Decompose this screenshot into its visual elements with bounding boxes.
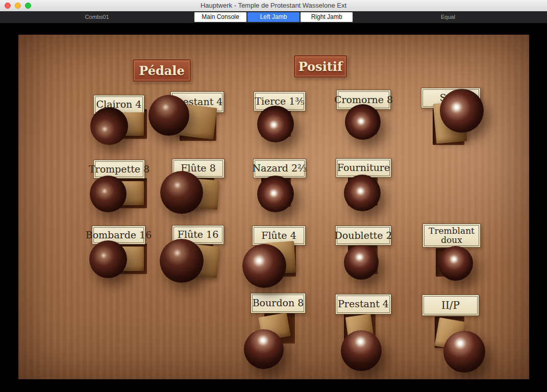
- stop-knob-nazard-2-2-3[interactable]: [257, 176, 294, 212]
- stop-knob-clairon-4[interactable]: [90, 107, 128, 145]
- stop-knob-tremblant-doux[interactable]: [438, 246, 473, 281]
- minimize-button[interactable]: [15, 3, 21, 9]
- stop-knob-bourdon-8[interactable]: [244, 329, 284, 369]
- tab-right-jamb[interactable]: Right Jamb: [301, 12, 353, 22]
- stop-name-text: Bombarde 16: [86, 230, 152, 240]
- division-header-positif: Positif: [294, 55, 347, 78]
- stop-knob-bombarde-16[interactable]: [89, 240, 127, 278]
- temperament-label: Equal: [420, 11, 476, 23]
- stop-knob-doublette-2[interactable]: [344, 245, 379, 280]
- stop-knob-trompette-8[interactable]: [90, 176, 127, 212]
- stop-name-text: Fourniture: [337, 163, 390, 173]
- stop-knob-prestant-4-ped[interactable]: [148, 95, 189, 136]
- stop-label-prestant-4-pos[interactable]: Prestant 4: [335, 294, 391, 314]
- stop-name-text: Flûte 4: [261, 231, 296, 241]
- stop-name-text: Tierce 1⅗: [255, 96, 305, 107]
- stop-name-text: Flûte 16: [178, 230, 219, 240]
- stop-name-text: Nazard 2⅔: [252, 163, 307, 174]
- stop-label-trompette-8[interactable]: Trompette 8: [93, 160, 145, 179]
- tab-main-console[interactable]: Main Console: [194, 12, 246, 22]
- stop-name-text: Cromorne 8: [334, 95, 393, 105]
- stop-name-text: Bourdon 8: [253, 298, 304, 308]
- stop-knob-ii-p[interactable]: [443, 331, 485, 373]
- stop-label-bourdon-8[interactable]: Bourdon 8: [251, 293, 306, 313]
- stop-name-text: Tremblantdoux: [429, 227, 475, 245]
- zoom-button[interactable]: [25, 3, 31, 9]
- stop-name-text: II/P: [441, 300, 460, 311]
- stop-name-text: Prestant 4: [338, 299, 389, 309]
- stop-label-nazard-2-2-3[interactable]: Nazard 2⅔: [253, 159, 306, 178]
- hauptwerk-window: Hauptwerk - Temple de Protestant Wasselo…: [0, 0, 547, 392]
- stop-knob-flute-16[interactable]: [160, 239, 204, 283]
- stop-label-ii-p[interactable]: II/P: [422, 295, 479, 316]
- traffic-lights: [5, 3, 31, 9]
- combination-set-label: Combs01: [69, 11, 125, 23]
- stop-knob-tierce-1-3-5[interactable]: [257, 106, 294, 142]
- tab-left-jamb[interactable]: Left Jamb: [247, 12, 300, 22]
- left-stop-jamb-panel: PédalePositifClairon 4Prestant 4Tierce 1…: [18, 35, 529, 379]
- stop-label-doublette-2[interactable]: Doublette 2: [335, 226, 391, 246]
- stop-name-text: Doublette 2: [334, 231, 392, 241]
- close-button[interactable]: [5, 3, 11, 9]
- control-toolbar: Combs01 Main ConsoleLeft JambRight Jamb …: [0, 11, 547, 23]
- window-title: Hauptwerk - Temple de Protestant Wasselo…: [0, 0, 547, 11]
- division-header-pedale: Pédale: [133, 59, 191, 82]
- titlebar: Hauptwerk - Temple de Protestant Wasselo…: [0, 0, 547, 12]
- console-view: PédalePositifClairon 4Prestant 4Tierce 1…: [0, 23, 547, 392]
- stop-name-text: Trompette 8: [89, 164, 150, 175]
- stop-knob-cromorne-8[interactable]: [345, 104, 381, 140]
- stop-knob-prestant-4-pos[interactable]: [341, 330, 382, 371]
- stop-label-tremblant-doux[interactable]: Tremblantdoux: [422, 224, 481, 248]
- stop-knob-fourniture[interactable]: [344, 175, 381, 211]
- stop-knob-flute-8[interactable]: [160, 171, 203, 214]
- stop-knob-soufflerie[interactable]: [440, 89, 484, 133]
- view-tabs: Main ConsoleLeft JambRight Jamb: [194, 12, 353, 22]
- stop-knob-flute-4[interactable]: [242, 244, 286, 288]
